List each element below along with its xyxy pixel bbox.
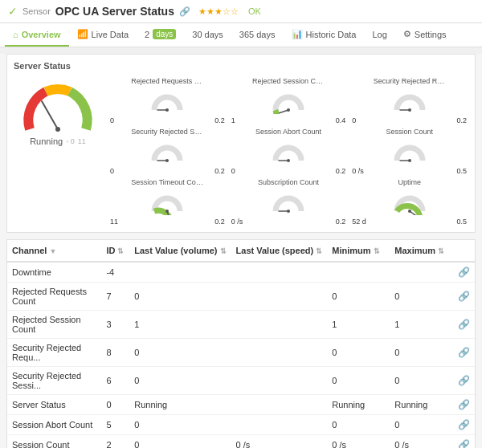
gauge-label-7: Subscription Count [258,178,319,186]
cell-action-3[interactable]: 🔗 [453,339,475,367]
tab-historic[interactable]: 📊 Historic Data [284,23,365,47]
col-header-lv-speed[interactable]: Last Value (speed) ⇅ [231,240,328,262]
sort-icon-channel: ▼ [49,247,56,255]
col-header-min[interactable]: Minimum ⇅ [327,240,390,262]
tab-365days[interactable]: 365 days [231,23,284,47]
table-header-row: Channel ▼ ID ⇅ Last Value (volume) ⇅ Las… [7,240,475,262]
action-icon-1[interactable]: 🔗 [458,291,470,302]
mini-gauge-0: Rejected Requests Count 0 0.2 [108,77,227,124]
gauge-values-1: 1 0.4 [230,116,348,124]
cell-lvs-5 [231,395,328,415]
cell-lv-1: 0 [129,283,231,311]
cell-lv-0 [129,262,231,283]
cell-channel-5: Server Status [7,395,101,415]
gauge-values-2: 0 0.2 [350,116,468,124]
cell-lv-6: 0 [129,415,231,435]
cell-min-4: 0 [327,367,390,395]
action-icon-2[interactable]: 🔗 [458,319,470,330]
cell-action-4[interactable]: 🔗 [453,367,475,395]
col-header-max[interactable]: Maximum ⇅ [390,240,453,262]
cell-max-7: 0 /s [390,435,453,449]
gauge-svg-1 [264,85,312,116]
mini-gauge-3: Security Rejected Session Co... 0 0.2 [108,128,227,175]
col-header-lv-vol[interactable]: Last Value (volume) ⇅ [129,240,231,262]
overview-icon: ⌂ [13,30,18,39]
action-icon-5[interactable]: 🔗 [458,399,470,410]
cell-max-2: 1 [390,311,453,339]
cell-channel-3: Security Rejected Requ... [7,339,101,367]
svg-point-12 [287,159,290,162]
main-content: Server Status Running ◦ 0 [0,54,482,448]
cell-id-1: 7 [101,283,129,311]
cell-min-5: Running [327,395,390,415]
gauge-svg-8 [386,186,434,218]
cell-min-6: 0 [327,415,390,435]
tab-2days[interactable]: 2 days [137,23,184,47]
svg-point-16 [165,210,169,213]
tab-30days[interactable]: 30 days [184,23,231,47]
channel-table: Channel ▼ ID ⇅ Last Value (volume) ⇅ Las… [7,240,475,448]
header: ✓ Sensor OPC UA Server Status 🔗 ★★★☆☆ OK [0,0,482,23]
cell-channel-0: Downtime [7,262,101,283]
svg-point-2 [55,127,60,132]
svg-point-18 [287,210,290,213]
cell-min-3: 0 [327,339,390,367]
cell-action-2[interactable]: 🔗 [453,311,475,339]
gauge-label-0: Rejected Requests Count [131,77,203,85]
svg-point-20 [408,210,411,213]
action-icon-3[interactable]: 🔗 [458,347,470,358]
cell-action-1[interactable]: 🔗 [453,283,475,311]
status-badge: OK [248,6,261,16]
gauge-svg-7 [264,186,312,218]
gauge-label-2: Security Rejected Requests C... [374,77,446,85]
gauge-svg-2 [386,85,434,116]
cell-channel-2: Rejected Session Count [7,311,101,339]
cell-action-7[interactable]: 🔗 [453,435,475,449]
cell-action-0[interactable]: 🔗 [453,262,475,283]
table-row: Session Abort Count 5 0 0 0 🔗 [7,415,475,435]
running-status: Running ◦ 0 11 [30,136,86,146]
cell-lv-4: 0 [129,367,231,395]
gauge-label-6: Session Timeout Count [131,178,203,186]
status-panel-title: Server Status [14,61,468,71]
svg-point-4 [165,108,169,112]
mini-gauge-7: Subscription Count 0 /s 0.2 [230,178,348,226]
gauge-values-7: 0 /s 0.2 [230,218,348,226]
cell-min-0 [327,262,390,283]
action-icon-0[interactable]: 🔗 [458,267,470,278]
sort-icon-max: ⇅ [438,247,444,255]
cell-max-3: 0 [390,339,453,367]
cell-lvs-4 [231,367,328,395]
action-icon-7[interactable]: 🔗 [458,439,470,448]
tab-log[interactable]: Log [364,23,394,47]
cell-channel-7: Session Count [7,435,101,449]
rating-stars: ★★★☆☆ [198,6,239,17]
svg-point-10 [165,159,169,162]
action-icon-4[interactable]: 🔗 [458,375,470,386]
cell-channel-1: Rejected Requests Count [7,283,101,311]
cell-lvs-2 [231,311,328,339]
cell-max-5: Running [390,395,453,415]
table-row: Downtime -4 🔗 [7,262,475,283]
cell-lvs-3 [231,339,328,367]
cell-max-4: 0 [390,367,453,395]
cell-channel-4: Security Rejected Sessi... [7,367,101,395]
table-row: Security Rejected Sessi... 6 0 0 0 🔗 [7,367,475,395]
historic-icon: 📊 [292,29,303,39]
cell-id-6: 5 [101,415,129,435]
status-panel: Server Status Running ◦ 0 [6,54,476,233]
action-icon-6[interactable]: 🔗 [458,419,470,430]
cell-id-0: -4 [101,262,129,283]
svg-point-6 [287,108,290,112]
cell-action-6[interactable]: 🔗 [453,415,475,435]
cell-max-6: 0 [390,415,453,435]
tab-settings[interactable]: ⚙ Settings [395,23,455,47]
tab-live-data[interactable]: 📶 Live Data [69,23,137,47]
mini-gauge-4: Session Abort Count 0 0.2 [230,128,348,175]
tab-overview[interactable]: ⌂ Overview [5,23,69,47]
table-row: Rejected Session Count 3 1 1 1 🔗 [7,311,475,339]
sort-icon-lvs: ⇅ [316,247,322,255]
col-header-id[interactable]: ID ⇅ [101,240,129,262]
cell-action-5[interactable]: 🔗 [453,395,475,415]
col-header-channel[interactable]: Channel ▼ [7,240,101,262]
